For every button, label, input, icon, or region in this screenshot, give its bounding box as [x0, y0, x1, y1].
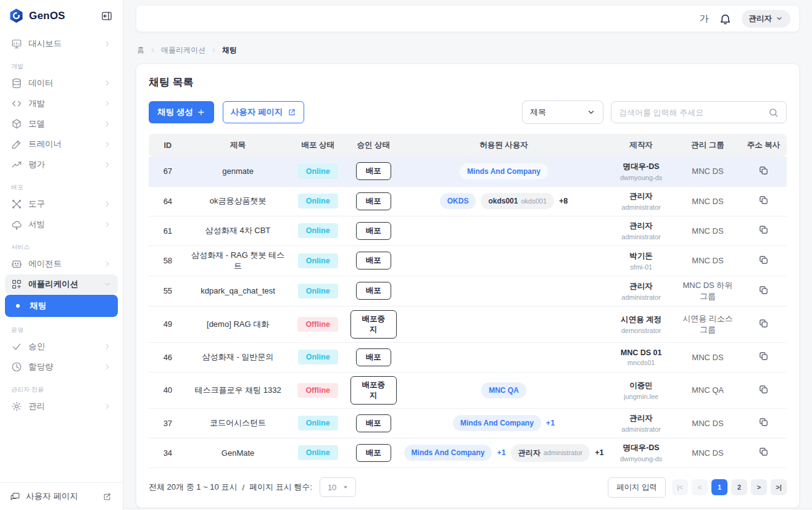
copy-icon	[758, 285, 769, 295]
cell-title[interactable]: GenMate	[187, 438, 289, 467]
page-input-button[interactable]: 페이지 입력	[608, 477, 666, 498]
search-field-select[interactable]: 제목	[522, 101, 603, 124]
breadcrumb: 홈애플리케이션채팅	[137, 45, 798, 56]
approval-status-button[interactable]: 배포중지	[350, 310, 397, 339]
sidebar-item-모델[interactable]: 모델	[5, 114, 118, 134]
approval-status-button[interactable]: 배포	[356, 282, 391, 300]
search-input[interactable]	[619, 108, 768, 117]
approval-status-button[interactable]: 배포	[356, 192, 391, 210]
table-row[interactable]: 55kdpark_qa_chat_testOnline배포관리자administ…	[149, 276, 787, 306]
copy-address-button[interactable]	[758, 224, 769, 237]
pager-next-page[interactable]: >	[751, 479, 767, 495]
chevron-right-icon	[103, 260, 112, 268]
copy-address-button[interactable]	[758, 285, 769, 297]
cell-title[interactable]: [demo] RAG 대화	[187, 306, 289, 342]
table-row[interactable]: 37코드어시스턴트Online배포Minds And Company+1관리자a…	[149, 408, 787, 438]
create-chat-button[interactable]: 채팅 생성	[149, 101, 214, 123]
pager-last-page[interactable]: >|	[771, 479, 787, 495]
approval-status-button[interactable]: 배포	[356, 222, 391, 240]
table-row[interactable]: 34GenMateOnline배포Minds And Company+1관리자a…	[149, 438, 787, 467]
deploy-status-badge: Online	[298, 253, 338, 268]
font-size-button[interactable]: 가	[700, 13, 709, 25]
allowed-user-chip[interactable]: OKDS	[440, 193, 476, 209]
cell-title[interactable]: 삼성화재 - RAG 챗봇 테스트	[187, 245, 289, 276]
sidebar-user-page-link[interactable]: 사용자 페이지	[0, 482, 123, 510]
cell-title[interactable]: 삼성화재 - 일반문의	[187, 342, 289, 372]
user-page-button[interactable]: 사용자 페이지	[223, 101, 304, 123]
sidebar-item-서빙[interactable]: 서빙	[5, 215, 118, 234]
allowed-user-chip[interactable]: Minds And Company	[453, 415, 541, 431]
cell-copy-address	[740, 276, 787, 306]
approval-status-button[interactable]: 배포	[356, 252, 391, 269]
allowed-user-chip[interactable]: Minds And Company	[404, 445, 492, 461]
search-icon[interactable]	[768, 107, 779, 118]
copy-address-button[interactable]	[758, 165, 769, 178]
breadcrumb-item[interactable]: 홈	[137, 45, 144, 56]
pager-page-2[interactable]: 2	[731, 479, 747, 495]
approval-status-button[interactable]: 배포	[356, 348, 391, 366]
sidebar-item-데이터[interactable]: 데이터	[5, 73, 118, 93]
per-page-select[interactable]: 10	[320, 477, 356, 497]
table-row[interactable]: 40테스크플로우 채팅 1332Offline배포중지MNC QA이중민jung…	[149, 372, 787, 408]
approval-status-button[interactable]: 배포	[356, 162, 391, 180]
table-row[interactable]: 46삼성화재 - 일반문의Online배포MNC DS 01mncds01MNC…	[149, 342, 787, 372]
cell-title[interactable]: ok금융상품챗봇	[187, 186, 289, 216]
allowed-user-chip[interactable]: Minds And Company	[460, 163, 548, 179]
sidebar-item-도구[interactable]: 도구	[5, 194, 118, 214]
sidebar-item-애플리케이션[interactable]: 애플리케이션	[5, 274, 118, 294]
allowed-user-more-badge[interactable]: +1	[595, 448, 603, 457]
page-title: 채팅 목록	[149, 75, 787, 89]
approval-status-button[interactable]: 배포중지	[350, 376, 397, 405]
sidebar-item-채팅[interactable]: 채팅	[5, 295, 118, 317]
breadcrumb-item[interactable]: 채팅	[222, 45, 237, 56]
sidebar-item-평가[interactable]: 평가	[5, 155, 118, 175]
sidebar-item-트레이너[interactable]: 트레이너	[5, 134, 118, 154]
allowed-user-more-badge[interactable]: +1	[497, 448, 505, 457]
table-row[interactable]: 61삼성화재 4차 CBTOnline배포관리자administratorMNC…	[149, 216, 787, 245]
sidebar-item-할당량[interactable]: 할당량	[5, 357, 118, 377]
cell-title[interactable]: 삼성화재 4차 CBT	[187, 216, 289, 245]
user-menu-button[interactable]: 관리자	[742, 10, 791, 28]
table-row[interactable]: 67genmateOnline배포Minds And Company명대우-DS…	[149, 157, 787, 186]
table-row[interactable]: 49[demo] RAG 대화Offline배포중지시연용 계정demonstr…	[149, 306, 787, 342]
copy-address-button[interactable]	[758, 318, 769, 331]
chevron-right-icon	[103, 342, 112, 351]
pager-page-1[interactable]: 1	[711, 479, 727, 495]
breadcrumb-item[interactable]: 애플리케이션	[161, 45, 205, 56]
cell-copy-address	[740, 245, 787, 276]
allowed-user-chip[interactable]: okds001okds001	[481, 193, 554, 209]
table-row[interactable]: 58삼성화재 - RAG 챗봇 테스트Online배포박기돈sfmi-01MNC…	[149, 245, 787, 276]
copy-address-button[interactable]	[758, 195, 769, 207]
approval-status-button[interactable]: 배포	[356, 444, 391, 462]
allowed-user-chip[interactable]: 관리자administrator	[511, 444, 590, 462]
sidebar-item-에이전트[interactable]: 에이전트	[5, 254, 118, 274]
allowed-user-more-badge[interactable]: +1	[546, 419, 555, 427]
sidebar-item-대시보드[interactable]: 대시보드	[5, 34, 118, 54]
sidebar-item-관리[interactable]: 관리	[5, 397, 118, 416]
sidebar-item-개발[interactable]: 개발	[5, 94, 118, 113]
copy-address-button[interactable]	[758, 384, 769, 397]
cell-title[interactable]: 코드어시스턴트	[187, 408, 289, 438]
cell-title[interactable]: kdpark_qa_chat_test	[187, 276, 289, 306]
allowed-user-chip[interactable]: MNC QA	[481, 382, 526, 398]
copy-icon	[758, 165, 769, 176]
cell-approval: 배포	[347, 157, 400, 186]
copy-address-button[interactable]	[758, 417, 769, 429]
cell-title[interactable]: 테스크플로우 채팅 1332	[187, 372, 289, 408]
cell-title[interactable]: genmate	[187, 157, 289, 186]
creator-id: administrator	[611, 426, 671, 433]
logo[interactable]: GenOS	[9, 8, 65, 23]
copy-address-button[interactable]	[758, 255, 769, 267]
sidebar-item-label: 할당량	[28, 361, 97, 372]
sidebar-item-승인[interactable]: 승인	[5, 337, 118, 356]
approval-status-button[interactable]: 배포	[356, 414, 391, 432]
copy-address-button[interactable]	[758, 351, 769, 363]
notification-bell-icon[interactable]	[719, 12, 732, 25]
sidebar-collapse-icon[interactable]	[101, 10, 113, 22]
allowed-user-more-badge[interactable]: +8	[559, 197, 568, 205]
table-row[interactable]: 64ok금융상품챗봇Online배포OKDSokds001okds001+8관리…	[149, 186, 787, 216]
deploy-status-badge: Online	[298, 416, 338, 430]
deploy-status-badge: Online	[298, 223, 338, 238]
cell-deploy-status: Offline	[289, 306, 346, 342]
copy-address-button[interactable]	[758, 446, 769, 459]
